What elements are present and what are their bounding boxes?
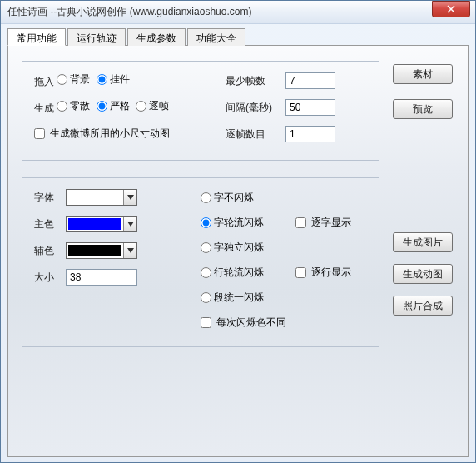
font-combo[interactable]	[66, 189, 137, 206]
tab-genparams[interactable]: 生成参数	[127, 28, 186, 46]
radio-scatter[interactable]: 零散	[57, 99, 90, 113]
chk-bychar[interactable]: 逐字显示	[295, 216, 351, 230]
group-style: 字体 主色	[22, 177, 379, 347]
frame-count-label: 逐帧数目	[226, 127, 285, 142]
chevron-down-icon	[123, 190, 136, 205]
chk-diff-color[interactable]: 每次闪烁色不同	[201, 316, 286, 330]
size-label: 大小	[34, 271, 66, 285]
chevron-down-icon	[123, 217, 136, 232]
photo-merge-button[interactable]: 照片合成	[393, 296, 453, 316]
radio-independent-flash[interactable]: 字独立闪烁	[201, 241, 264, 255]
aux-color-combo[interactable]	[66, 242, 137, 259]
client-area: 常用功能 运行轨迹 生成参数 功能大全 拖入 背景 挂件 最少帧数 生	[1, 24, 475, 463]
tab-panel: 拖入 背景 挂件 最少帧数 生成 零散 严格 逐帧 间隔(毫秒)	[7, 46, 469, 457]
radio-noflash[interactable]: 字不闪烁	[201, 191, 254, 205]
radio-pendant[interactable]: 挂件	[97, 72, 130, 87]
main-color-label: 主色	[34, 217, 66, 232]
aux-color-swatch	[68, 245, 121, 256]
drag-label: 拖入	[34, 76, 54, 87]
size-input[interactable]	[66, 269, 137, 286]
chk-byline[interactable]: 逐行显示	[295, 266, 351, 280]
material-button[interactable]: 素材	[393, 64, 453, 84]
frame-count-input[interactable]	[285, 126, 335, 142]
chevron-down-icon	[123, 243, 136, 258]
gen-anim-button[interactable]: 生成动图	[393, 264, 453, 284]
radio-perframe[interactable]: 逐帧	[136, 99, 169, 113]
main-color-swatch	[68, 218, 121, 230]
interval-input[interactable]	[285, 99, 335, 116]
app-window: 任性诗画 --古典小说网创作 (www.gudianxiaoshuo.com) …	[0, 0, 476, 463]
titlebar: 任性诗画 --古典小说网创作 (www.gudianxiaoshuo.com)	[1, 1, 475, 24]
preview-button[interactable]: 预览	[393, 99, 453, 119]
close-icon	[447, 5, 455, 13]
interval-label: 间隔(毫秒)	[226, 101, 285, 115]
main-color-combo[interactable]	[66, 216, 137, 232]
aux-color-label: 辅色	[34, 244, 66, 258]
radio-background[interactable]: 背景	[57, 72, 90, 87]
radio-strict[interactable]: 严格	[97, 99, 130, 113]
close-button[interactable]	[432, 1, 470, 17]
min-frames-label: 最少帧数	[226, 74, 285, 88]
radio-segment-flash[interactable]: 段统一闪烁	[201, 291, 264, 305]
window-title: 任性诗画 --古典小说网创作 (www.gudianxiaoshuo.com)	[7, 5, 432, 19]
chk-small-thumbnail[interactable]: 生成微博所用的小尺寸动图	[34, 127, 170, 141]
radio-rotate-flash[interactable]: 字轮流闪烁	[201, 216, 292, 230]
tab-trajectory[interactable]: 运行轨迹	[67, 28, 126, 46]
font-label: 字体	[34, 191, 66, 205]
side-buttons-top: 素材 预览	[393, 64, 453, 119]
min-frames-input[interactable]	[285, 72, 335, 89]
tab-strip: 常用功能 运行轨迹 生成参数 功能大全	[7, 27, 469, 46]
tab-common[interactable]: 常用功能	[7, 28, 66, 46]
group-frames: 拖入 背景 挂件 最少帧数 生成 零散 严格 逐帧 间隔(毫秒)	[22, 61, 379, 161]
tab-all[interactable]: 功能大全	[187, 28, 245, 46]
radio-line-flash[interactable]: 行轮流闪烁	[201, 266, 292, 280]
gen-label: 生成	[34, 102, 54, 114]
side-buttons-bottom: 生成图片 生成动图 照片合成	[393, 232, 453, 316]
gen-image-button[interactable]: 生成图片	[393, 232, 453, 252]
